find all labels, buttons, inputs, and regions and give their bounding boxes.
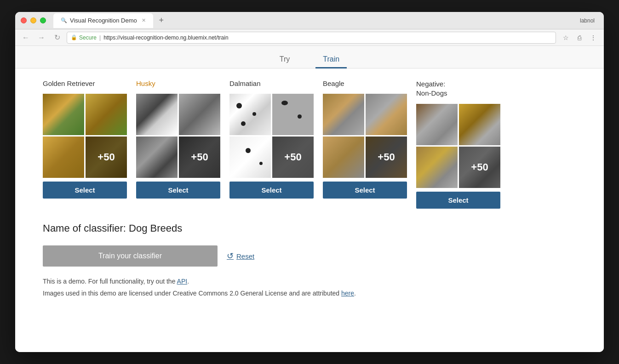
footer-line1-pre: This is a demo. For full functionality, … — [43, 278, 177, 285]
plus-badge: +50 — [86, 136, 127, 178]
image-cell — [272, 94, 314, 135]
classifier-label-beagle: Beagle — [323, 80, 407, 87]
user-label: labnol — [580, 17, 598, 24]
image-cell: +50 — [272, 136, 314, 178]
browser-window: 🔍 Visual Recognition Demo ✕ + labnol ← →… — [15, 12, 604, 352]
traffic-lights — [21, 17, 46, 23]
train-section: Train your classifier ↺ Reset — [43, 245, 576, 267]
select-button-beagle[interactable]: Select — [323, 182, 407, 199]
classifier-name: Name of classifier: Dog Breeds — [43, 222, 182, 234]
image-cell — [136, 94, 178, 135]
image-cell — [43, 136, 84, 178]
tab-bar: 🔍 Visual Recognition Demo ✕ + — [53, 13, 580, 28]
plus-badge: +50 — [366, 136, 407, 178]
image-cell — [416, 104, 458, 145]
select-button-husky[interactable]: Select — [136, 182, 220, 199]
footer-line1-post: . — [187, 278, 189, 285]
images-grid-husky: +50 — [136, 94, 220, 178]
footer-line1: This is a demo. For full functionality, … — [43, 278, 576, 285]
image-cell — [416, 147, 458, 188]
classifier-name-section: Name of classifier: Dog Breeds — [43, 222, 576, 234]
classifiers-grid: Golden Retriever +50 Select Husky — [43, 80, 576, 209]
page-tabs: Try Train — [15, 46, 604, 68]
image-cell: +50 — [179, 136, 220, 178]
footer-line2-text: Images used in this demo are licensed un… — [43, 290, 341, 297]
refresh-button[interactable]: ↻ — [51, 32, 63, 44]
menu-button[interactable]: ⋮ — [587, 32, 599, 44]
select-button-dalmatian[interactable]: Select — [229, 182, 314, 199]
api-link[interactable]: API — [177, 278, 188, 285]
footer-line2-post: . — [354, 290, 356, 297]
image-cell: +50 — [459, 147, 500, 188]
image-cell: +50 — [86, 136, 127, 178]
url-text: https://visual-recognition-demo.ng.bluem… — [103, 34, 228, 41]
image-cell — [323, 136, 364, 178]
reset-button[interactable]: ↺ Reset — [227, 251, 254, 261]
classifier-golden-retriever: Golden Retriever +50 Select — [43, 80, 127, 209]
minimize-button[interactable] — [30, 17, 36, 23]
new-tab-button[interactable]: + — [155, 14, 168, 27]
classifier-negative: Negative:Non-Dogs +50 Select — [416, 80, 500, 209]
classifier-label-husky: Husky — [136, 80, 220, 87]
classifier-beagle: Beagle +50 Select — [323, 80, 407, 209]
forward-button[interactable]: → — [35, 32, 47, 44]
images-grid-golden: +50 — [43, 94, 127, 178]
tab-try[interactable]: Try — [272, 51, 298, 68]
reset-icon: ↺ — [227, 251, 234, 261]
image-cell — [229, 136, 271, 178]
image-cell — [366, 94, 407, 135]
nav-bar: ← → ↻ 🔒 Secure | https://visual-recognit… — [15, 29, 604, 46]
image-cell — [229, 94, 271, 135]
page-content: Try Train Golden Retriever — [15, 46, 604, 352]
select-button-negative[interactable]: Select — [416, 192, 500, 209]
image-cell — [86, 94, 127, 135]
secure-text: Secure — [79, 34, 97, 41]
image-cell — [43, 94, 84, 135]
separator: | — [99, 34, 101, 41]
image-cell — [179, 94, 220, 135]
nav-actions: ☆ ⎙ ⋮ — [560, 32, 599, 44]
address-bar[interactable]: 🔒 Secure | https://visual-recognition-de… — [67, 32, 556, 44]
images-grid-negative: +50 — [416, 104, 500, 188]
tab-title: Visual Recognition Demo — [70, 17, 137, 24]
classifier-husky: Husky +50 Select — [136, 80, 220, 209]
images-grid-dalmatian: +50 — [229, 94, 314, 178]
classifier-dalmatian: Dalmatian — [229, 80, 314, 209]
plus-badge: +50 — [272, 136, 314, 178]
classifier-label-dalmatian: Dalmatian — [229, 80, 314, 87]
here-link[interactable]: here — [341, 290, 354, 297]
plus-badge: +50 — [459, 147, 500, 188]
footer-line2: Images used in this demo are licensed un… — [43, 290, 576, 297]
select-button-golden[interactable]: Select — [43, 182, 127, 199]
reset-label: Reset — [236, 252, 254, 260]
tab-train[interactable]: Train — [315, 51, 347, 68]
image-cell: +50 — [366, 136, 407, 178]
close-button[interactable] — [21, 17, 27, 23]
plus-badge: +50 — [179, 136, 220, 178]
maximize-button[interactable] — [40, 17, 46, 23]
browser-tab[interactable]: 🔍 Visual Recognition Demo ✕ — [53, 13, 153, 28]
lock-icon: 🔒 — [71, 34, 77, 40]
image-cell — [323, 94, 364, 135]
title-bar: 🔍 Visual Recognition Demo ✕ + labnol — [15, 12, 604, 29]
classifier-label-negative: Negative:Non-Dogs — [416, 80, 500, 97]
images-grid-beagle: +50 — [323, 94, 407, 178]
image-cell — [136, 136, 178, 178]
train-classifier-button[interactable]: Train your classifier — [43, 245, 218, 267]
main-content: Golden Retriever +50 Select Husky — [15, 68, 604, 308]
bookmark-button[interactable]: ☆ — [560, 32, 572, 44]
extension-button[interactable]: ⎙ — [573, 32, 585, 44]
classifier-label-golden: Golden Retriever — [43, 80, 127, 87]
image-cell — [459, 104, 500, 145]
tab-icon: 🔍 — [61, 17, 67, 23]
tab-close-icon[interactable]: ✕ — [142, 17, 146, 23]
back-button[interactable]: ← — [20, 32, 32, 44]
